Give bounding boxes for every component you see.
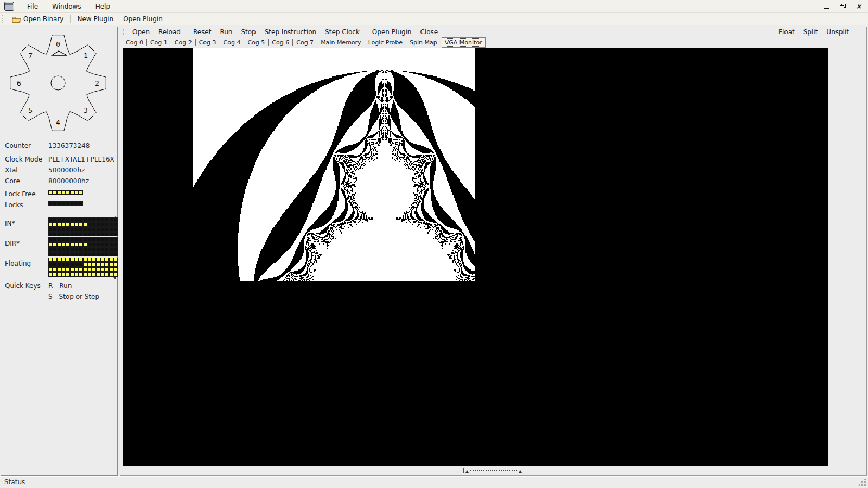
pin-cell: [105, 232, 109, 236]
stop-button[interactable]: Stop: [237, 28, 260, 36]
plugin-toolbar-right: FloatSplitUnsplit: [774, 28, 853, 36]
close-button[interactable]: Close: [416, 28, 442, 36]
tab-cog-4[interactable]: Cog 4: [221, 38, 244, 47]
lock-free-leds: [48, 190, 83, 195]
clock-mode-value: PLL+XTAL1+PLL16X: [48, 156, 114, 163]
quick-key-line: R - Run: [5, 282, 115, 291]
pin-cell: [53, 227, 57, 232]
scrollbar-track[interactable]: [470, 470, 517, 471]
pin-cell: [96, 262, 100, 267]
tab-logic-probe[interactable]: Logic Probe: [366, 38, 405, 47]
pin-cell: [87, 262, 92, 267]
hub-field-row: Core80000000hz: [5, 177, 115, 186]
pin-row: [48, 252, 118, 257]
open-plugin-button[interactable]: Open Plugin: [118, 13, 168, 25]
pin-cell: [70, 247, 74, 252]
unsplit-button[interactable]: Unsplit: [822, 28, 853, 36]
pin-cell: [113, 237, 118, 242]
pin-cell: [109, 242, 113, 247]
pin-cell: [87, 222, 92, 227]
pin-row: [48, 242, 118, 247]
step-clock-button[interactable]: Step Clock: [321, 28, 364, 36]
tab-cog-2[interactable]: Cog 2: [172, 38, 195, 47]
pin-cell: [79, 272, 83, 277]
minimize-button[interactable]: [822, 3, 830, 10]
in-pin-grid: [48, 217, 118, 237]
menu-help[interactable]: Help: [88, 3, 117, 10]
new-plugin-button[interactable]: New Plugin: [72, 13, 118, 25]
pin-cell: [61, 237, 66, 242]
pin-cell: [87, 247, 92, 252]
scroll-right-icon[interactable]: [519, 468, 522, 473]
pin-cell: [57, 252, 61, 256]
pin-cell: [48, 272, 53, 277]
pin-cell: [66, 237, 70, 242]
pin-cell: [70, 258, 74, 262]
vga-monitor-canvas: [193, 48, 475, 281]
pin-cell: [57, 237, 61, 242]
pin-cell: [96, 267, 100, 272]
pin-cell: [61, 217, 66, 222]
open-folder-icon: [12, 16, 21, 23]
led-cell: [53, 190, 57, 195]
restore-button[interactable]: [839, 3, 846, 10]
tab-spin-map[interactable]: Spin Map: [407, 38, 440, 47]
open-button[interactable]: Open: [128, 28, 154, 36]
hub-field-row: Counter1336373248: [5, 142, 115, 151]
run-button[interactable]: Run: [215, 28, 237, 36]
reload-button[interactable]: Reload: [154, 28, 185, 36]
pin-cell: [92, 217, 96, 222]
open-plugin-button[interactable]: Open Plugin: [368, 28, 416, 36]
gear-hub-circle: [51, 76, 65, 90]
plugin-panel: OpenReloadResetRunStopStep InstructionSt…: [120, 27, 867, 476]
pin-cell: [48, 252, 53, 256]
cog-number-4: 4: [56, 118, 60, 126]
tab-cog-1[interactable]: Cog 1: [148, 38, 170, 47]
pin-cell: [57, 267, 61, 272]
step-instruction-button[interactable]: Step Instruction: [260, 28, 321, 36]
open-binary-button[interactable]: Open Binary: [7, 13, 68, 25]
pin-cell: [92, 222, 96, 227]
pin-row: [48, 227, 118, 232]
pin-cell: [92, 227, 96, 232]
pin-cell: [83, 227, 87, 232]
tab-cog-7[interactable]: Cog 7: [293, 38, 316, 47]
pin-cell: [74, 252, 79, 256]
scroll-left-icon[interactable]: [465, 468, 469, 473]
split-button[interactable]: Split: [799, 28, 822, 36]
toolbar-grip[interactable]: [2, 15, 4, 23]
pin-cell: [109, 237, 113, 242]
counter-label: Counter: [5, 142, 31, 150]
tab-cog-0[interactable]: Cog 0: [123, 38, 146, 47]
pin-row: [48, 247, 118, 252]
pin-cell: [79, 258, 83, 262]
tab-cog-3[interactable]: Cog 3: [196, 38, 219, 47]
pin-cell: [79, 232, 83, 236]
tab-separator: [268, 39, 269, 46]
pin-cell: [100, 272, 105, 277]
horizontal-scrollbar[interactable]: [463, 468, 524, 473]
pin-cell: [57, 247, 61, 252]
pin-cell: [66, 247, 70, 252]
tab-vga-monitor[interactable]: VGA Monitor: [442, 37, 486, 48]
pin-cell: [105, 262, 109, 267]
open-binary-label: Open Binary: [23, 15, 63, 23]
plugin-toolbar-grip[interactable]: [123, 29, 125, 35]
pin-cell: [100, 227, 105, 232]
tab-main-memory[interactable]: Main Memory: [318, 38, 364, 47]
led-cell: [53, 201, 57, 206]
pin-cell: [105, 242, 109, 247]
tab-cog-6[interactable]: Cog 6: [269, 38, 292, 47]
pin-row: [48, 232, 118, 237]
reset-button[interactable]: Reset: [189, 28, 216, 36]
menu-windows[interactable]: Windows: [45, 3, 88, 10]
float-button[interactable]: Float: [774, 28, 799, 36]
tab-cog-5[interactable]: Cog 5: [245, 38, 267, 47]
scrollbar-lane: [120, 466, 866, 474]
close-button[interactable]: ×: [855, 3, 863, 10]
menu-file[interactable]: File: [20, 3, 45, 10]
pin-row: [48, 258, 118, 262]
tab-separator: [365, 39, 365, 46]
resize-grip[interactable]: [858, 478, 866, 486]
pin-cell: [105, 267, 109, 272]
